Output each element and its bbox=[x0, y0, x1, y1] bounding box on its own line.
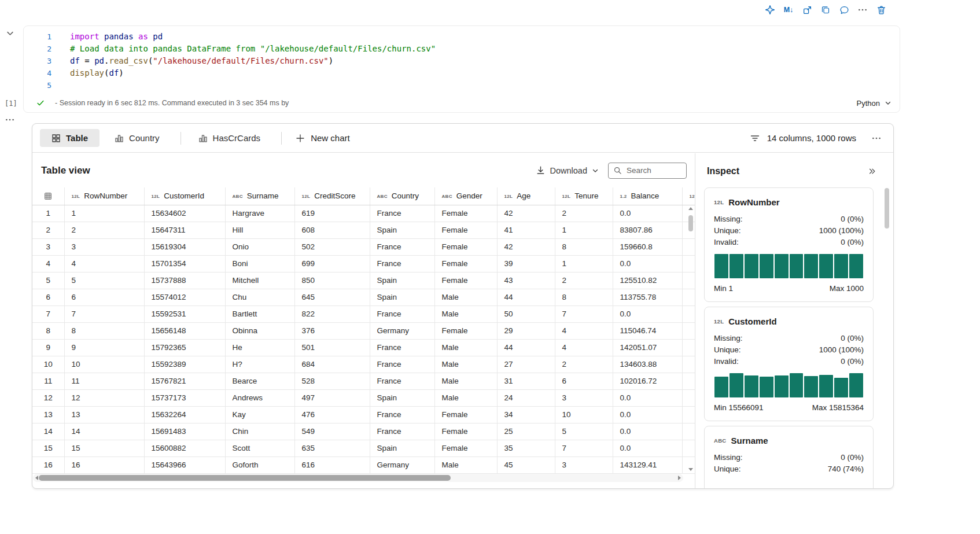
cell[interactable]: 9 bbox=[64, 339, 144, 356]
horizontal-scrollbar-thumb[interactable] bbox=[39, 475, 451, 481]
cell[interactable]: 34 bbox=[497, 406, 555, 423]
table-horizontal-scrollbar[interactable] bbox=[33, 474, 683, 482]
cell[interactable]: 134603.88 bbox=[613, 356, 682, 373]
cell[interactable]: Female bbox=[434, 440, 497, 456]
cell[interactable]: Female bbox=[434, 222, 497, 238]
cell[interactable]: 684 bbox=[294, 356, 370, 373]
filter-icon[interactable] bbox=[750, 133, 760, 143]
cell[interactable]: 44 bbox=[497, 289, 555, 305]
cell[interactable]: Mitchell bbox=[225, 272, 294, 289]
cell[interactable]: 102016.72 bbox=[613, 373, 682, 389]
cell[interactable]: 0.0 bbox=[613, 255, 682, 272]
cell[interactable]: 12 bbox=[64, 389, 144, 406]
cell[interactable]: 43 bbox=[497, 272, 555, 289]
collapse-cell-chevron[interactable] bbox=[6, 29, 14, 38]
cell[interactable]: 15691483 bbox=[144, 423, 225, 440]
cell[interactable]: Female bbox=[434, 272, 497, 289]
cell[interactable]: 0.0 bbox=[613, 389, 682, 406]
code-line[interactable]: 4display(df) bbox=[24, 67, 900, 79]
cell[interactable]: 44 bbox=[497, 339, 555, 356]
row-index[interactable]: 4 bbox=[32, 255, 64, 272]
search-input[interactable] bbox=[625, 165, 681, 175]
cell[interactable]: 113755.78 bbox=[613, 289, 682, 305]
cell[interactable]: 4 bbox=[555, 322, 613, 339]
cell[interactable]: 15634602 bbox=[144, 205, 225, 222]
cell[interactable]: 2 bbox=[64, 222, 144, 238]
duplicate-cell-icon[interactable] bbox=[818, 2, 833, 17]
scroll-right-arrow[interactable] bbox=[678, 476, 681, 480]
cell[interactable]: 83807.86 bbox=[613, 222, 682, 238]
table-corner-icon[interactable] bbox=[32, 187, 64, 205]
cell[interactable]: Germany bbox=[370, 322, 434, 339]
cell[interactable]: 13 bbox=[64, 406, 144, 423]
cell[interactable]: 8 bbox=[555, 289, 613, 305]
cell[interactable]: 6 bbox=[64, 289, 144, 305]
delete-cell-icon[interactable] bbox=[874, 2, 889, 17]
row-index[interactable]: 5 bbox=[32, 272, 64, 289]
cell[interactable]: 2 bbox=[555, 205, 613, 222]
row-index[interactable]: 6 bbox=[32, 289, 64, 305]
cell[interactable]: 115046.74 bbox=[613, 322, 682, 339]
tab-table[interactable]: Table bbox=[40, 129, 100, 147]
cell[interactable]: 3 bbox=[555, 389, 613, 406]
download-button[interactable]: Download bbox=[536, 165, 599, 175]
comment-icon[interactable] bbox=[837, 2, 852, 17]
cell[interactable]: 3 bbox=[64, 238, 144, 255]
cell[interactable]: 1 bbox=[555, 255, 613, 272]
cell[interactable]: 143129.41 bbox=[613, 456, 682, 473]
column-header-rownumber[interactable]: 12LRowNumber bbox=[64, 187, 144, 205]
cell[interactable]: France bbox=[370, 373, 434, 389]
cell[interactable]: Female bbox=[434, 255, 497, 272]
cell[interactable]: 10 bbox=[64, 356, 144, 373]
tab-hascrcards[interactable]: HasCrCards bbox=[187, 129, 272, 147]
row-index[interactable]: 13 bbox=[32, 406, 64, 423]
column-header-partial[interactable]: 12L bbox=[682, 187, 695, 205]
cell[interactable]: Obinna bbox=[225, 322, 294, 339]
cell[interactable]: 0.0 bbox=[613, 205, 682, 222]
cell[interactable]: 39 bbox=[497, 255, 555, 272]
cell[interactable]: 15701354 bbox=[144, 255, 225, 272]
copilot-icon[interactable] bbox=[762, 2, 778, 17]
cell[interactable]: 142051.07 bbox=[613, 339, 682, 356]
cell[interactable]: Boni bbox=[225, 255, 294, 272]
cell[interactable]: 15 bbox=[64, 440, 144, 456]
cell[interactable]: 24 bbox=[497, 389, 555, 406]
code-line[interactable]: 2# Load data into pandas DataFrame from … bbox=[24, 43, 900, 55]
row-index[interactable]: 7 bbox=[32, 305, 64, 322]
cell[interactable]: 6 bbox=[555, 373, 613, 389]
cell[interactable]: 2 bbox=[555, 272, 613, 289]
cell[interactable]: H? bbox=[225, 356, 294, 373]
cell[interactable]: 7 bbox=[64, 305, 144, 322]
cell[interactable]: Spain bbox=[370, 440, 434, 456]
cell[interactable]: Hargrave bbox=[225, 205, 294, 222]
cell[interactable]: 476 bbox=[294, 406, 370, 423]
cell[interactable]: 5 bbox=[64, 272, 144, 289]
column-header-balance[interactable]: 1.2Balance bbox=[613, 187, 682, 205]
cell[interactable]: Spain bbox=[370, 289, 434, 305]
cell[interactable]: 5 bbox=[555, 423, 613, 440]
cell[interactable]: Hill bbox=[225, 222, 294, 238]
row-index[interactable]: 3 bbox=[32, 238, 64, 255]
cell[interactable]: 15632264 bbox=[144, 406, 225, 423]
cell[interactable]: 50 bbox=[497, 305, 555, 322]
code-editor[interactable]: 1import pandas as pd2# Load data into pa… bbox=[24, 26, 900, 94]
cell[interactable]: 645 bbox=[294, 289, 370, 305]
cell[interactable]: 0.0 bbox=[613, 440, 682, 456]
code-line[interactable]: 1import pandas as pd bbox=[24, 31, 900, 43]
cell[interactable]: 608 bbox=[294, 222, 370, 238]
cell[interactable]: France bbox=[370, 238, 434, 255]
row-index[interactable]: 14 bbox=[32, 423, 64, 440]
cell[interactable]: 4 bbox=[555, 339, 613, 356]
cell[interactable]: 0.0 bbox=[613, 406, 682, 423]
cell[interactable]: 15643966 bbox=[144, 456, 225, 473]
cell[interactable]: 15767821 bbox=[144, 373, 225, 389]
cell[interactable]: 15592389 bbox=[144, 356, 225, 373]
cell[interactable]: 822 bbox=[294, 305, 370, 322]
column-header-customerid[interactable]: 12LCustomerId bbox=[144, 187, 225, 205]
row-index[interactable]: 15 bbox=[32, 440, 64, 456]
cell[interactable]: Germany bbox=[370, 456, 434, 473]
markdown-icon[interactable]: M↓ bbox=[781, 2, 796, 17]
cell[interactable]: 31 bbox=[497, 373, 555, 389]
cell[interactable]: 11 bbox=[64, 373, 144, 389]
search-box[interactable] bbox=[608, 163, 687, 179]
